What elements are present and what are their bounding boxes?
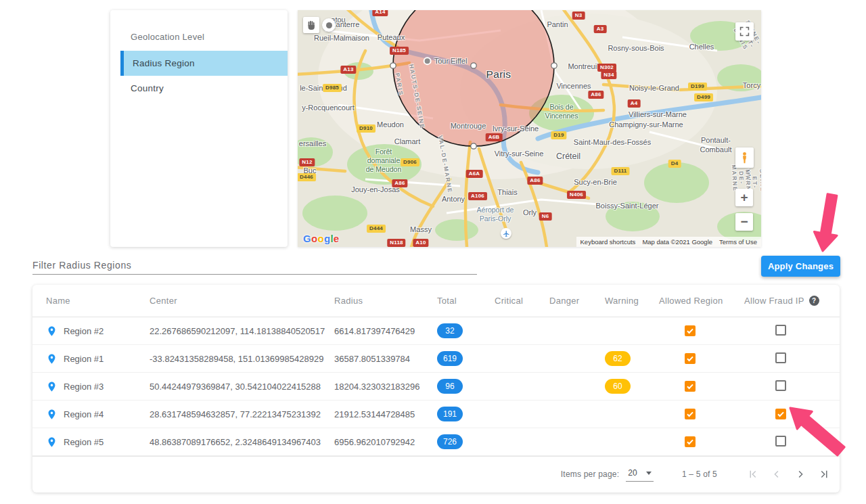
map-attribution: Keyboard shortcuts Map data ©2021 Google…	[576, 237, 761, 247]
check-icon	[686, 382, 694, 390]
region-name: Region #4	[64, 409, 104, 419]
region-name-cell: Region #5	[32, 436, 150, 448]
pegman-button[interactable]	[735, 147, 754, 168]
total-badge: 32	[437, 323, 463, 338]
regions-table: Name Center Radius Total Critical Danger…	[32, 285, 840, 492]
chevron-left-icon	[771, 468, 783, 480]
column-header-critical: Critical	[495, 296, 549, 306]
allowed-region-checkbox[interactable]	[685, 325, 696, 336]
location-pin-icon	[46, 436, 58, 448]
map-data-text: Map data ©2021 Google	[642, 238, 712, 246]
last-page-button[interactable]	[818, 468, 830, 480]
sidebar-item-label: Country	[131, 83, 164, 93]
location-pin-icon	[46, 353, 58, 365]
allow-fraud-ip-checkbox[interactable]	[775, 325, 786, 336]
region-center: 28.631748594632857, 77.22213475231392	[150, 409, 334, 419]
location-pin-icon	[46, 325, 58, 337]
google-map[interactable]: atouNanterreRueil-MalmaisonPuteauxTour E…	[298, 10, 761, 247]
region-name-cell: Region #3	[32, 381, 150, 392]
next-page-button[interactable]	[794, 468, 806, 480]
check-icon	[686, 354, 694, 363]
total-badge: 619	[437, 351, 463, 366]
allowed-region-checkbox[interactable]	[685, 353, 696, 364]
table-footer: Items per page: 20 1 – 5 of 5	[32, 456, 840, 492]
allow-fraud-ip-checkbox[interactable]	[775, 409, 786, 419]
draw-circle-tool-button[interactable]	[322, 18, 336, 32]
pan-tool-button[interactable]	[303, 17, 319, 33]
region-name: Region #5	[64, 437, 104, 447]
check-icon	[777, 410, 785, 418]
region-radius: 18204.323032183296	[334, 382, 437, 392]
region-name: Region #3	[64, 382, 104, 392]
allow-fraud-ip-checkbox[interactable]	[775, 352, 786, 363]
allowed-region-checkbox[interactable]	[685, 436, 696, 447]
items-per-page-label: Items per page:	[561, 469, 619, 479]
warning-badge: 62	[605, 351, 631, 366]
column-header-total: Total	[437, 296, 495, 306]
region-radius: 6614.817397476429	[334, 326, 437, 336]
terms-of-use-link[interactable]: Terms of Use	[719, 238, 757, 246]
apply-changes-button[interactable]: Apply Changes	[761, 256, 840, 277]
pagination-range: 1 – 5 of 5	[682, 469, 717, 479]
previous-page-button[interactable]	[771, 468, 783, 480]
keyboard-shortcuts-link[interactable]: Keyboard shortcuts	[580, 238, 636, 246]
region-radius: 36587.8051339784	[334, 354, 437, 364]
geolocation-level-panel: Geolocation Level Radius Region Country	[110, 10, 288, 247]
zoom-out-button[interactable]: −	[735, 213, 753, 231]
geolocation-settings-page: { "colors": { "accent_blue": "#2196F3", …	[0, 0, 866, 504]
check-icon	[686, 327, 694, 335]
sidebar-item-radius-region[interactable]: Radius Region	[120, 51, 288, 76]
filter-radius-regions-input[interactable]	[32, 256, 477, 275]
map-tiles	[298, 10, 761, 247]
allowed-region-checkbox[interactable]	[685, 381, 696, 392]
region-name-cell: Region #4	[32, 409, 150, 420]
column-header-center: Center	[150, 296, 334, 306]
allow-fraud-ip-checkbox[interactable]	[775, 436, 786, 446]
region-name: Region #1	[64, 354, 104, 364]
region-name-cell: Region #1	[32, 353, 150, 365]
chevron-down-icon	[646, 472, 652, 475]
region-name-cell: Region #2	[32, 325, 150, 337]
location-pin-icon	[46, 409, 58, 420]
table-row: Region #350.44244979369847, 30.542104022…	[32, 373, 840, 400]
region-radius: 6956.962010792942	[334, 437, 437, 447]
region-radius: 21912.53144728485	[334, 409, 437, 419]
column-header-radius: Radius	[334, 296, 437, 306]
chevron-right-icon	[794, 468, 806, 480]
sidebar-item-country[interactable]: Country	[110, 76, 288, 101]
items-per-page-select[interactable]: 20	[626, 467, 654, 482]
column-header-warning: Warning	[605, 296, 659, 306]
region-center: 50.44244979369847, 30.542104022415288	[150, 382, 334, 392]
allowed-region-checkbox[interactable]	[685, 409, 696, 419]
first-page-button[interactable]	[747, 468, 759, 480]
region-name: Region #2	[64, 326, 104, 336]
total-badge: 96	[437, 379, 463, 394]
column-header-label: Allow Fraud IP	[744, 296, 804, 306]
region-center: 22.267686590212097, 114.18138840520517	[150, 326, 334, 336]
airport-marker-icon	[501, 228, 511, 239]
column-header-allow-fraud-ip: Allow Fraud IP ?	[744, 296, 840, 306]
table-row: Region #1-33.82431358289458, 151.0136998…	[32, 345, 840, 373]
check-icon	[686, 410, 694, 418]
annotation-arrow-apply-changes	[815, 194, 838, 251]
column-header-name: Name	[32, 296, 150, 306]
table-body: Region #222.267686590212097, 114.1813884…	[32, 317, 840, 456]
table-row: Region #222.267686590212097, 114.1813884…	[32, 317, 840, 345]
allow-fraud-ip-checkbox[interactable]	[775, 380, 786, 391]
check-icon	[686, 438, 694, 446]
circle-tool-icon	[326, 22, 332, 28]
help-icon[interactable]: ?	[809, 296, 819, 306]
warning-badge: 60	[605, 379, 631, 394]
region-center: -33.82431358289458, 151.01369985428929	[150, 354, 334, 364]
region-center: 48.86387089176652, 2.3248649134967403	[150, 437, 334, 447]
google-logo[interactable]: Google	[303, 233, 340, 244]
zoom-in-button[interactable]: +	[735, 189, 753, 206]
table-row: Region #428.631748594632857, 77.22213475…	[32, 400, 840, 428]
items-per-page-value: 20	[628, 468, 637, 478]
first-page-icon	[747, 468, 759, 480]
hand-icon	[306, 20, 317, 30]
location-pin-icon	[46, 381, 58, 392]
fullscreen-button[interactable]	[735, 22, 754, 41]
total-badge: 191	[437, 407, 463, 421]
table-header: Name Center Radius Total Critical Danger…	[32, 285, 840, 317]
